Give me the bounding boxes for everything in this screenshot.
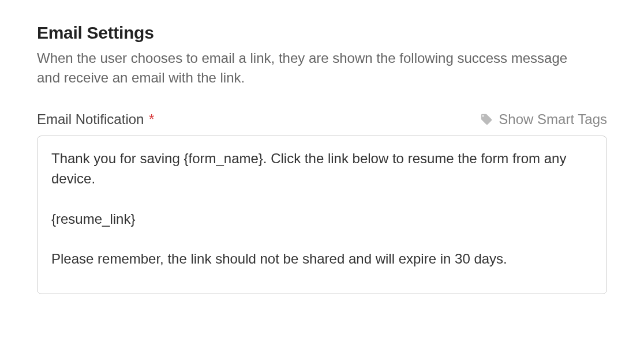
- required-marker: *: [149, 111, 154, 127]
- section-heading: Email Settings: [37, 23, 607, 43]
- section-description: When the user chooses to email a link, t…: [37, 48, 591, 87]
- show-smart-tags-button[interactable]: Show Smart Tags: [480, 111, 607, 127]
- field-label-row: Email Notification * Show Smart Tags: [37, 111, 607, 127]
- show-smart-tags-label: Show Smart Tags: [499, 111, 607, 127]
- email-notification-label: Email Notification *: [37, 111, 154, 127]
- tag-icon: [480, 113, 493, 126]
- email-notification-textarea[interactable]: Thank you for saving {form_name}. Click …: [37, 136, 607, 294]
- field-label-text: Email Notification: [37, 111, 144, 127]
